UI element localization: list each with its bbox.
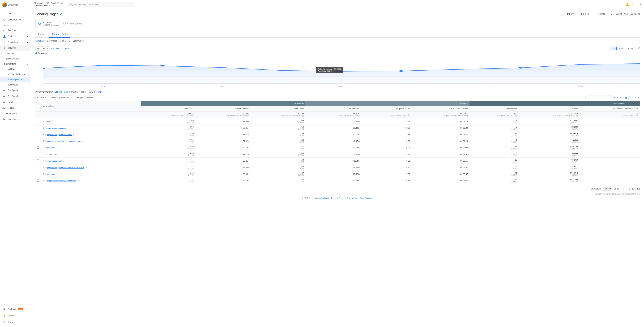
- sessions-header[interactable]: Sessions ↓: [141, 106, 195, 111]
- row-checkbox[interactable]: [37, 146, 39, 148]
- pages-session-header[interactable]: Pages / Session: [361, 106, 412, 111]
- secondary-dimension-btn[interactable]: Secondary dimension ▼: [49, 96, 74, 99]
- tab-entrance-paths[interactable]: Entrance Paths: [49, 31, 70, 38]
- sidebar-item-conversions[interactable]: ▶ Conversions: [0, 116, 31, 122]
- subtab-ecommerce[interactable]: Ecommerce: [73, 39, 84, 43]
- sidebar-item-audience[interactable]: 👤 Audience ▶: [0, 33, 31, 39]
- select-metric-link[interactable]: Select a metric: [56, 47, 70, 50]
- ecommerce-select[interactable]: eCommerce: [624, 102, 638, 104]
- chart-type-icon[interactable]: 📈: [636, 47, 640, 50]
- compare-icon[interactable]: ⇄: [56, 173, 58, 175]
- bounce-rate-header[interactable]: Bounce Rate: [306, 106, 361, 111]
- sidebar-item-content-drilldown[interactable]: Content Drilldown: [0, 72, 31, 77]
- view-selector[interactable]: 1 Master View ▼: [34, 4, 64, 7]
- row-checkbox[interactable]: [37, 126, 39, 129]
- page-link[interactable]: /store.html: [45, 153, 54, 155]
- sidebar-item-behavior[interactable]: ▼ Behavior: [0, 45, 31, 51]
- sidebar-item-home[interactable]: ⌂ Home: [0, 10, 31, 16]
- sidebar-item-events[interactable]: ▶ Events: [0, 99, 31, 105]
- apps-icon[interactable]: ⋮⋮: [631, 2, 638, 6]
- fullscreen-button[interactable]: ⤢: [610, 12, 614, 16]
- subtab-site-usage[interactable]: Site Usage: [47, 39, 57, 43]
- other-link[interactable]: Other: [98, 91, 103, 93]
- avg-session-duration-header[interactable]: Avg. Session Duration: [412, 106, 470, 111]
- comparison-view-btn[interactable]: ≡: [635, 96, 637, 99]
- row-checkbox[interactable]: [37, 153, 39, 155]
- content-grouping-dropdown[interactable]: none ▼: [88, 90, 96, 94]
- revenue-header[interactable]: Revenue: [519, 106, 580, 111]
- privacy-link[interactable]: Privacy Policy: [347, 197, 358, 199]
- sidebar-item-site-content[interactable]: Site Content ▼: [0, 62, 31, 66]
- page-link[interactable]: /google+redesign/new: [45, 160, 64, 162]
- sidebar-item-overview[interactable]: Overview: [0, 51, 31, 56]
- page-link[interactable]: /google+redesign/apparel/mens: [45, 134, 72, 136]
- feedback-link[interactable]: Send Feedback: [360, 197, 374, 199]
- compare-icon[interactable]: ⇄: [82, 140, 84, 142]
- sort-default-btn[interactable]: Default ▼: [85, 96, 98, 99]
- segment-all-users[interactable]: All Users 100.00% Entrances: [38, 21, 59, 26]
- compare-icon[interactable]: ⇄: [86, 166, 87, 168]
- subtab-summary[interactable]: Summary: [36, 39, 44, 43]
- search-bar[interactable]: 🔍 Try searching "Users today": [68, 2, 134, 7]
- metric-dropdown[interactable]: Sessions ▼: [36, 46, 50, 51]
- table-search-input[interactable]: [586, 96, 612, 99]
- new-users-header[interactable]: New Users: [251, 106, 306, 111]
- select-all-checkbox[interactable]: [37, 105, 39, 107]
- sidebar-item-customization[interactable]: ⚙ Customization: [0, 16, 31, 23]
- compare-icon[interactable]: ⇄: [68, 127, 69, 129]
- row-checkbox[interactable]: [37, 133, 39, 136]
- page-link[interactable]: /home: [45, 120, 50, 122]
- compare-icon[interactable]: ⇄: [56, 147, 57, 149]
- compare-icon[interactable]: ⇄: [55, 154, 56, 155]
- primary-dim-value[interactable]: Landing Page: [55, 91, 68, 93]
- landing-page-header[interactable]: Landing Page: [41, 101, 141, 111]
- page-link[interactable]: /google+redesign/shop+by+brand/youtube: [45, 140, 81, 142]
- sidebar-item-site-search[interactable]: ▶ Site Search: [0, 93, 31, 99]
- rows-select[interactable]: 10 25 50 100: [603, 187, 612, 190]
- row-checkbox[interactable]: [37, 173, 39, 175]
- sidebar-item-landing-pages[interactable]: Landing Pages: [0, 77, 31, 82]
- sidebar-item-admin[interactable]: ⚙ Admin: [0, 319, 31, 326]
- pie-view-btn[interactable]: ◯: [628, 96, 631, 99]
- export-button[interactable]: ⬆ EXPORT: [579, 12, 593, 16]
- sidebar-item-discover[interactable]: 💡 Discover: [0, 312, 31, 319]
- terms-link[interactable]: Terms of Service: [331, 197, 345, 199]
- performance-view-btn[interactable]: ▭: [631, 96, 634, 99]
- row-checkbox[interactable]: [37, 160, 39, 162]
- plot-rows-btn[interactable]: Plot Rows: [36, 96, 48, 99]
- day-btn[interactable]: Day: [610, 47, 616, 50]
- week-btn[interactable]: Week: [617, 47, 625, 50]
- row-checkbox[interactable]: [37, 120, 39, 122]
- compare-icon[interactable]: ⇄: [78, 180, 79, 182]
- transactions-header[interactable]: Transactions: [470, 106, 519, 111]
- compare-icon[interactable]: ⇄: [65, 160, 66, 162]
- share-button[interactable]: ↗ SHARE: [595, 12, 608, 16]
- sidebar-item-behavior-flow[interactable]: Behavior Flow: [0, 56, 31, 62]
- compare-icon[interactable]: ⇄: [52, 120, 53, 122]
- table-view-btn[interactable]: ▤: [624, 96, 627, 99]
- pct-new-sessions-header[interactable]: % New Sessions: [195, 106, 251, 111]
- sidebar-item-publisher[interactable]: ▶ Publisher: [0, 105, 31, 111]
- sidebar-item-attribution[interactable]: ◉ Attribution BETA: [0, 306, 31, 312]
- row-checkbox[interactable]: [37, 140, 39, 142]
- pivot-view-btn[interactable]: ⊞: [637, 96, 640, 99]
- sidebar-item-acquisition[interactable]: ↗ Acquisition ▶: [0, 39, 31, 45]
- analytics-home-link[interactable]: Analytics Home: [316, 197, 329, 199]
- row-checkbox[interactable]: [37, 179, 39, 182]
- tab-explorer[interactable]: Explorer: [36, 31, 49, 38]
- page-link[interactable]: /signin.html: [45, 147, 55, 149]
- notifications-icon[interactable]: 🔔: [625, 2, 629, 6]
- ecommerce-rate-header[interactable]: Ecommerce Conversion Rate: [580, 106, 640, 111]
- subtab-goal-set-1[interactable]: Goal Set 1: [60, 39, 70, 43]
- month-btn[interactable]: Month: [626, 47, 634, 50]
- compare-icon[interactable]: ⇄: [73, 134, 74, 136]
- sidebar-item-experiments[interactable]: Experiments: [0, 111, 31, 116]
- add-segment-button[interactable]: + Add Segment: [63, 22, 82, 25]
- page-link[interactable]: /google+redesign/apparel: [45, 127, 66, 129]
- page-link[interactable]: /google+redesign/lifestyle/drinkware: [46, 180, 76, 182]
- save-button[interactable]: 💾 SAVE: [566, 12, 577, 16]
- row-checkbox[interactable]: [37, 166, 39, 168]
- advanced-link[interactable]: advanced: [614, 96, 622, 98]
- page-link[interactable]: /basket.html: [45, 173, 55, 175]
- sidebar-item-realtime[interactable]: ▷ Realtime: [0, 28, 31, 33]
